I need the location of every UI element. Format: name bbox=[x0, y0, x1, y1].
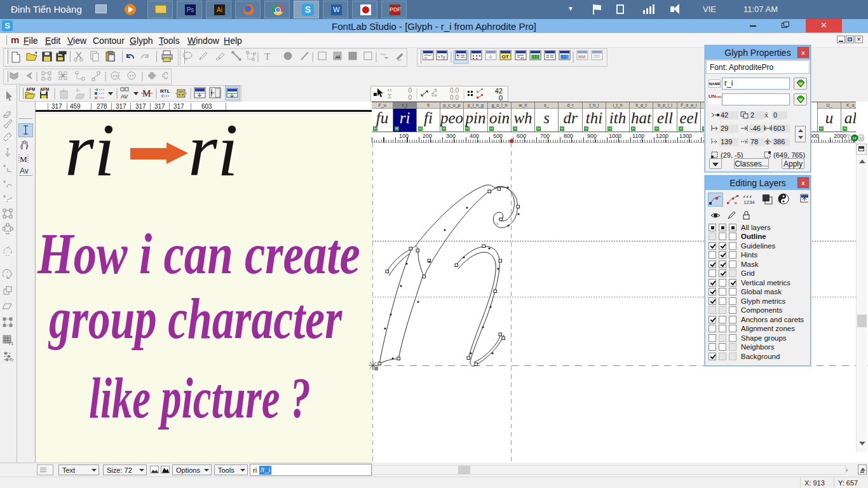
svg-text:0.0: 0.0 bbox=[450, 94, 459, 100]
svg-text:°: ° bbox=[6, 271, 8, 276]
svg-text:T: T bbox=[847, 135, 850, 141]
svg-text:PS: PS bbox=[113, 74, 118, 78]
svg-text:ec: ec bbox=[520, 56, 524, 60]
svg-text:M: M bbox=[859, 135, 864, 141]
svg-text:0: 0 bbox=[499, 94, 503, 100]
svg-text:Ẍ: Ẍ bbox=[764, 112, 768, 119]
svg-text:H: H bbox=[853, 135, 857, 141]
svg-text:Tr: Tr bbox=[10, 358, 14, 362]
svg-text:AFM: AFM bbox=[40, 87, 49, 92]
svg-text:0.0: 0.0 bbox=[450, 87, 459, 94]
svg-text:0: 0 bbox=[408, 87, 412, 94]
svg-text:0: 0 bbox=[408, 94, 412, 100]
svg-text:AFM: AFM bbox=[26, 87, 35, 92]
svg-text:+Ty: +Ty bbox=[438, 55, 445, 60]
svg-text:1234: 1234 bbox=[743, 200, 755, 205]
svg-text:AV: AV bbox=[121, 93, 128, 100]
svg-text:RTL: RTL bbox=[160, 88, 170, 94]
svg-text:OT: OT bbox=[502, 54, 509, 60]
svg-text:T: T bbox=[264, 51, 270, 62]
svg-text:MM: MM bbox=[578, 55, 586, 59]
svg-text:Av: Av bbox=[20, 166, 29, 175]
svg-text:M: M bbox=[20, 154, 27, 164]
svg-text:TT: TT bbox=[130, 74, 135, 78]
svg-text:T1: T1 bbox=[8, 341, 13, 346]
